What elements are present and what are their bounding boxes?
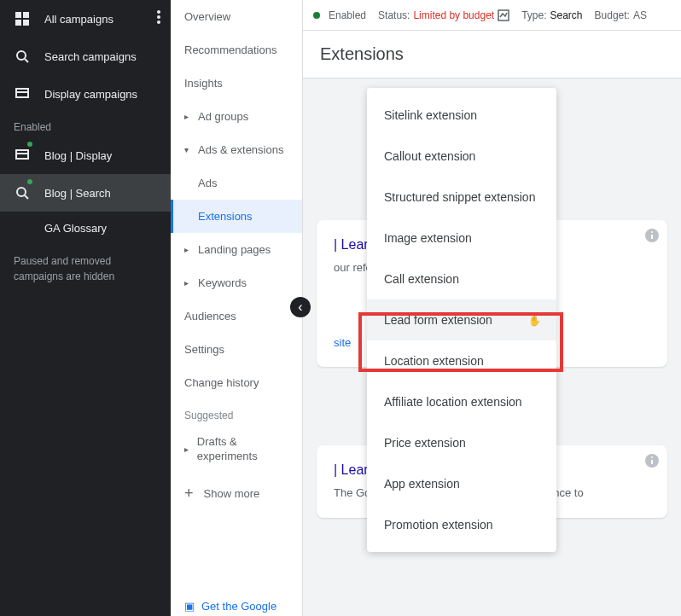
nav-audiences[interactable]: Audiences (171, 299, 302, 333)
sidebar-label: Display campaigns (44, 88, 137, 101)
status-budget-amount: Budget: AS (595, 9, 647, 21)
page-title: Extensions (303, 31, 681, 78)
status-dot-icon (27, 179, 32, 184)
svg-point-6 (157, 20, 160, 24)
svg-point-21 (651, 456, 653, 458)
display-icon (14, 147, 31, 164)
nav-change-history[interactable]: Change history (171, 366, 302, 399)
svg-line-8 (25, 59, 28, 62)
hidden-campaigns-note: Paused and removed campaigns are hidden (0, 245, 171, 293)
status-dot-icon (313, 12, 320, 19)
sidebar-label: Blog | Display (44, 149, 112, 162)
caret-right-icon: ▸ (184, 445, 192, 454)
svg-line-14 (25, 195, 28, 199)
svg-rect-2 (15, 20, 21, 26)
dropdown-item-lead-form[interactable]: Lead form extension ✋ (367, 299, 556, 340)
status-type: Type: Search (521, 9, 582, 21)
info-icon[interactable] (645, 229, 659, 242)
sidebar-item-all-campaigns[interactable]: All campaigns (0, 0, 171, 38)
display-icon (14, 85, 31, 102)
cursor-icon: ✋ (528, 315, 541, 327)
info-icon[interactable] (645, 454, 659, 468)
nav-ads[interactable]: Ads (171, 166, 302, 200)
status-budget[interactable]: Status: Limited by budget (378, 9, 509, 21)
caret-right-icon: ▸ (184, 112, 193, 121)
svg-rect-0 (15, 12, 21, 18)
plus-icon: + (184, 485, 194, 503)
dropdown-item-structured-snippet[interactable]: Structured snippet extension (367, 177, 556, 218)
nav-landing-pages[interactable]: ▸Landing pages (171, 233, 302, 266)
sidebar-label: Blog | Search (44, 187, 111, 200)
collapse-sidebar-button[interactable]: ‹ (290, 297, 311, 317)
grid-icon (14, 10, 31, 27)
dropdown-item-affiliate-location[interactable]: Affiliate location extension (367, 381, 556, 422)
nav-insights[interactable]: Insights (171, 67, 302, 100)
svg-rect-17 (651, 235, 653, 239)
status-dot-icon (27, 142, 32, 147)
caret-right-icon: ▸ (184, 278, 193, 288)
dropdown-item-image[interactable]: Image extension (367, 218, 556, 259)
sidebar-label: All campaigns (44, 13, 114, 26)
sidebar-label: GA Glossary (44, 222, 107, 235)
nav-drafts-experiments[interactable]: ▸Drafts & experiments (171, 425, 302, 474)
dropdown-item-promotion[interactable]: Promotion extension (367, 504, 556, 545)
caret-down-icon: ▾ (184, 145, 193, 154)
search-icon (14, 48, 31, 65)
nav-show-more[interactable]: + Show more (171, 474, 302, 513)
search-icon (14, 184, 31, 201)
nav-recommendations[interactable]: Recommendations (171, 33, 302, 67)
sidebar-item-search-campaigns[interactable]: Search campaigns (0, 38, 171, 75)
svg-rect-1 (23, 12, 29, 18)
caret-right-icon: ▸ (184, 245, 193, 254)
nav-ads-extensions[interactable]: ▾Ads & extensions (171, 133, 302, 166)
svg-point-13 (17, 188, 26, 196)
sidebar-item-blog-display[interactable]: Blog | Display (0, 137, 171, 174)
sidebar-item-blog-search[interactable]: Blog | Search (0, 174, 171, 212)
suggested-section-label: Suggested (171, 399, 302, 425)
svg-point-4 (157, 10, 160, 14)
campaign-sidebar: All campaigns Search campaigns Display c… (0, 0, 171, 616)
campaign-status-bar: Enabled Status: Limited by budget Type: … (303, 0, 681, 31)
sidebar-label: Search campaigns (44, 50, 137, 63)
svg-point-18 (651, 231, 653, 233)
enabled-section-label: Enabled (0, 113, 171, 137)
nav-overview[interactable]: Overview (171, 0, 302, 33)
svg-point-5 (157, 15, 160, 19)
sidebar-item-display-campaigns[interactable]: Display campaigns (0, 75, 171, 113)
dropdown-item-price[interactable]: Price extension (367, 422, 556, 463)
dropdown-item-callout[interactable]: Callout extension (367, 136, 556, 177)
dropdown-item-location[interactable]: Location extension (367, 340, 556, 381)
app-icon: ▣ (184, 600, 195, 613)
dropdown-item-sitelink[interactable]: Sitelink extension (367, 95, 556, 136)
svg-rect-3 (23, 20, 29, 26)
status-enabled: Enabled (313, 9, 366, 21)
nav-ad-groups[interactable]: ▸Ad groups (171, 100, 302, 133)
dropdown-item-app[interactable]: App extension (367, 463, 556, 504)
svg-rect-20 (651, 460, 653, 464)
extension-type-dropdown: Sitelink extension Callout extension Str… (367, 88, 556, 552)
nav-keywords[interactable]: ▸Keywords (171, 266, 302, 299)
chart-icon (498, 9, 509, 21)
more-icon[interactable] (157, 10, 160, 24)
chevron-left-icon: ‹ (298, 299, 302, 315)
ad-site-link[interactable]: site (334, 336, 351, 349)
get-google-link[interactable]: ▣ Get the Google (184, 600, 276, 613)
nav-extensions[interactable]: Extensions (171, 200, 302, 233)
nav-settings[interactable]: Settings (171, 333, 302, 366)
page-nav-sidebar: Overview Recommendations Insights ▸Ad gr… (171, 0, 303, 616)
svg-point-7 (17, 51, 26, 60)
sidebar-item-ga-glossary[interactable]: GA Glossary (0, 212, 171, 245)
dropdown-item-call[interactable]: Call extension (367, 259, 556, 299)
